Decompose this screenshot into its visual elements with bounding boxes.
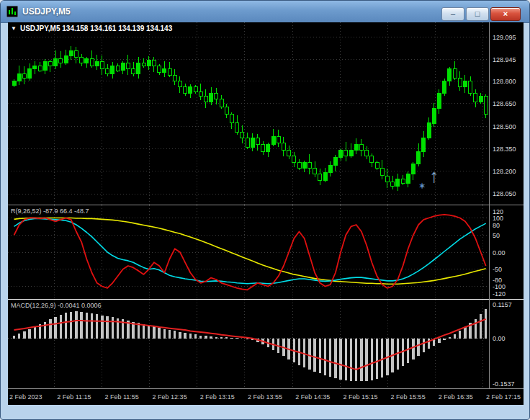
price-scale-label: 128.800 xyxy=(493,78,516,85)
price-scale[interactable]: 129.095128.945128.800128.650128.500128.3… xyxy=(489,22,524,389)
time-label: 2 Feb 12:35 xyxy=(153,393,187,401)
quote-text: USDJPY,M5 134.158 134.161 134.139 134.14… xyxy=(20,24,172,32)
macd-scale-label: 0.1157 xyxy=(493,301,512,308)
symbol-dropdown-icon[interactable]: ▼ xyxy=(11,25,17,32)
indicator-scale-label: -120 xyxy=(493,290,506,298)
price-scale-label: 128.945 xyxy=(493,56,516,63)
time-label: 2 Feb 11:55 xyxy=(104,393,138,401)
chart-area: ↑✶ ▼ USDJPY,M5 134.158 134.161 134.139 1… xyxy=(8,22,524,405)
star-annotation: ✶ xyxy=(418,182,425,190)
macd-scale-label: 0.00 xyxy=(493,335,506,342)
macd-indicator-chart[interactable] xyxy=(8,300,489,388)
time-label: 2 Feb 2023 xyxy=(9,393,42,401)
indicator-scale-label: -100 xyxy=(493,283,506,290)
price-scale-label: 128.050 xyxy=(493,190,516,197)
indicator-scale-label: -50 xyxy=(493,266,502,273)
close-button[interactable]: × xyxy=(490,7,521,21)
indicator-label: R(9,26,52) -87.9 66.4 -48.7 xyxy=(11,207,89,215)
quote-overlay: ▼ USDJPY,M5 134.158 134.161 134.139 134.… xyxy=(11,24,172,32)
price-scale-label: 128.200 xyxy=(493,168,516,175)
indicator-scale-label: 0.00 xyxy=(493,249,506,256)
time-label: 2 Feb 17:15 xyxy=(486,393,521,401)
indicator-scale-label: -80 xyxy=(493,277,502,284)
time-label: 2 Feb 15:55 xyxy=(391,393,426,401)
time-label: 2 Feb 16:35 xyxy=(439,393,473,401)
price-scale-label: 128.500 xyxy=(493,123,516,130)
window-controls: – □ × xyxy=(441,7,521,21)
time-label: 2 Feb 13:15 xyxy=(200,393,235,401)
price-scale-label: 128.650 xyxy=(493,100,516,107)
time-label: 2 Feb 14:35 xyxy=(295,393,330,401)
app-icon xyxy=(6,6,18,17)
indicator-scale-label: 100 xyxy=(493,215,503,222)
macd-scale-label: -0.1537 xyxy=(493,380,515,388)
macd-label: MACD(12,26,9) -0.0041 0.0006 xyxy=(11,302,102,309)
mt4-window: USDJPY,M5 – □ × ↑✶ ▼ USDJPY,M5 134.158 1… xyxy=(0,0,530,420)
time-label: 2 Feb 11:15 xyxy=(57,393,91,401)
time-axis[interactable]: 2 Feb 20232 Feb 11:152 Feb 11:552 Feb 12… xyxy=(8,389,524,405)
time-label: 2 Feb 15:15 xyxy=(343,393,377,401)
titlebar[interactable]: USDJPY,M5 – □ × xyxy=(1,1,529,23)
time-label: 2 Feb 13:55 xyxy=(248,393,282,401)
price-chart[interactable]: ↑✶ xyxy=(8,22,489,205)
window-title: USDJPY,M5 xyxy=(22,6,71,17)
restore-button[interactable]: □ xyxy=(466,7,489,21)
arrow-up-annotation: ↑ xyxy=(429,165,439,187)
minimize-button[interactable]: – xyxy=(441,7,464,21)
price-scale-label: 129.095 xyxy=(493,34,516,41)
price-scale-label: 128.350 xyxy=(493,146,516,153)
wpr-indicator-chart[interactable] xyxy=(8,205,489,299)
indicator-scale-label: 120 xyxy=(493,208,503,215)
indicator-scale-label: 50 xyxy=(493,232,500,239)
indicator-scale-label: 80 xyxy=(493,222,500,229)
